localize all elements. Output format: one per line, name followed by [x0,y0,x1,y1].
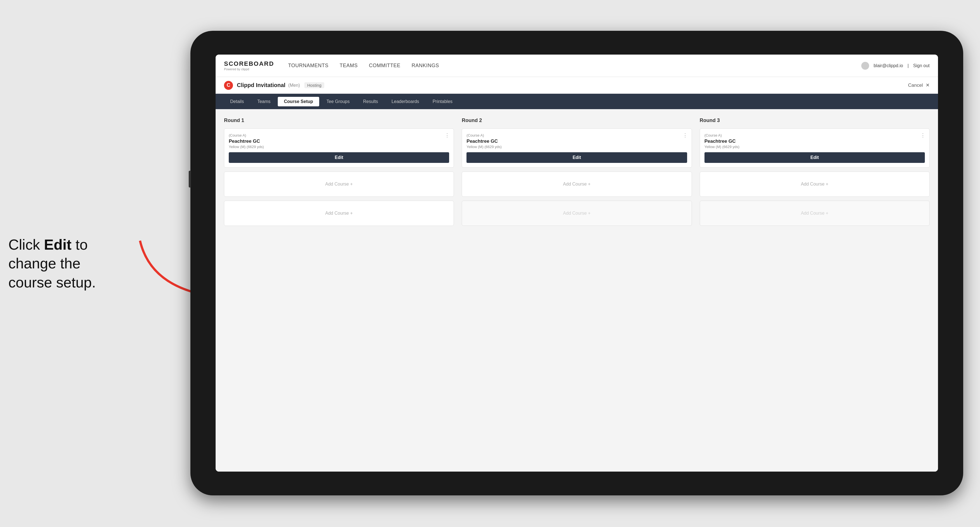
cancel-label[interactable]: Cancel [908,83,923,88]
tablet-frame: SCOREBOARD Powered by clippd TOURNAMENTS… [190,31,963,495]
tab-teams[interactable]: Teams [251,97,277,106]
round-1-course-label: (Course A) [229,133,449,137]
round-1-add-course-label-1: Add Course + [325,182,353,187]
round-2-column: Round 2 ⋮ (Course A) Peachtree GC Yellow… [462,117,692,226]
round-3-menu-icon[interactable]: ⋮ [920,132,925,138]
nav-teams[interactable]: TEAMS [340,63,358,68]
tournament-bar: C Clippd Invitational (Men) Hosting Canc… [216,77,938,94]
round-2-add-course-2: Add Course + [462,201,692,226]
tab-printables[interactable]: Printables [426,97,459,106]
round-3-add-course-2: Add Course + [700,201,930,226]
round-2-menu-icon[interactable]: ⋮ [682,132,688,138]
tab-course-setup[interactable]: Course Setup [278,97,319,106]
sub-nav: Details Teams Course Setup Tee Groups Re… [216,94,938,109]
edit-bold: Edit [44,236,72,252]
logo-title: SCOREBOARD [224,61,274,67]
tab-tee-groups[interactable]: Tee Groups [320,97,356,106]
round-3-course-card: ⋮ (Course A) Peachtree GC Yellow (M) (66… [700,129,930,168]
top-nav: SCOREBOARD Powered by clippd TOURNAMENTS… [216,55,938,77]
round-3-add-course-label-2: Add Course + [801,211,828,216]
round-2-course-name: Peachtree GC [466,138,687,144]
rounds-grid: Round 1 ⋮ (Course A) Peachtree GC Yellow… [224,117,930,226]
round-2-course-details: Yellow (M) (6629 yds) [466,145,687,149]
round-1-add-course-2[interactable]: Add Course + [224,201,454,226]
round-2-edit-button[interactable]: Edit [466,152,687,163]
tab-details[interactable]: Details [224,97,250,106]
tab-leaderboards[interactable]: Leaderboards [385,97,425,106]
round-3-add-course-label-1: Add Course + [801,182,828,187]
round-1-add-course-1[interactable]: Add Course + [224,171,454,197]
tournament-logo: C [224,81,233,90]
round-3-edit-button[interactable]: Edit [705,152,925,163]
round-3-title: Round 3 [700,117,930,124]
round-1-add-course-label-2: Add Course + [325,211,353,216]
tournament-name: Clippd Invitational [237,82,285,89]
round-1-column: Round 1 ⋮ (Course A) Peachtree GC Yellow… [224,117,454,226]
nav-links: TOURNAMENTS TEAMS COMMITTEE RANKINGS [288,63,861,68]
round-2-title: Round 2 [462,117,692,124]
round-1-course-name: Peachtree GC [229,138,449,144]
round-1-menu-icon[interactable]: ⋮ [445,132,450,138]
user-avatar [861,62,869,70]
round-2-course-label: (Course A) [466,133,687,137]
nav-tournaments[interactable]: TOURNAMENTS [288,63,328,68]
round-1-course-card: ⋮ (Course A) Peachtree GC Yellow (M) (66… [224,129,454,168]
nav-separator: | [907,63,908,68]
round-1-course-details: Yellow (M) (6629 yds) [229,145,449,149]
cancel-button[interactable]: ✕ [926,82,930,88]
tab-results[interactable]: Results [357,97,384,106]
logo-sub: Powered by clippd [224,67,274,71]
tournament-bar-right: Cancel ✕ [908,82,930,88]
tablet-screen: SCOREBOARD Powered by clippd TOURNAMENTS… [216,55,938,471]
nav-rankings[interactable]: RANKINGS [412,63,439,68]
user-email: blair@clippd.io [873,63,903,68]
round-1-edit-button[interactable]: Edit [229,152,449,163]
nav-right: blair@clippd.io | Sign out [861,62,930,70]
nav-committee[interactable]: COMMITTEE [369,63,401,68]
hosting-badge: Hosting [304,82,324,88]
sign-out-link[interactable]: Sign out [913,63,930,68]
tournament-gender: (Men) [288,83,300,88]
round-2-course-card: ⋮ (Course A) Peachtree GC Yellow (M) (66… [462,129,692,168]
round-2-add-course-1[interactable]: Add Course + [462,171,692,197]
main-content: Round 1 ⋮ (Course A) Peachtree GC Yellow… [216,109,938,471]
round-2-add-course-label-1: Add Course + [563,182,590,187]
logo-area: SCOREBOARD Powered by clippd [224,61,274,71]
round-1-title: Round 1 [224,117,454,124]
round-3-course-details: Yellow (M) (6629 yds) [705,145,925,149]
round-3-course-name: Peachtree GC [705,138,925,144]
round-3-course-label: (Course A) [705,133,925,137]
round-2-add-course-label-2: Add Course + [563,211,590,216]
round-3-add-course-1[interactable]: Add Course + [700,171,930,197]
round-3-column: Round 3 ⋮ (Course A) Peachtree GC Yellow… [700,117,930,226]
